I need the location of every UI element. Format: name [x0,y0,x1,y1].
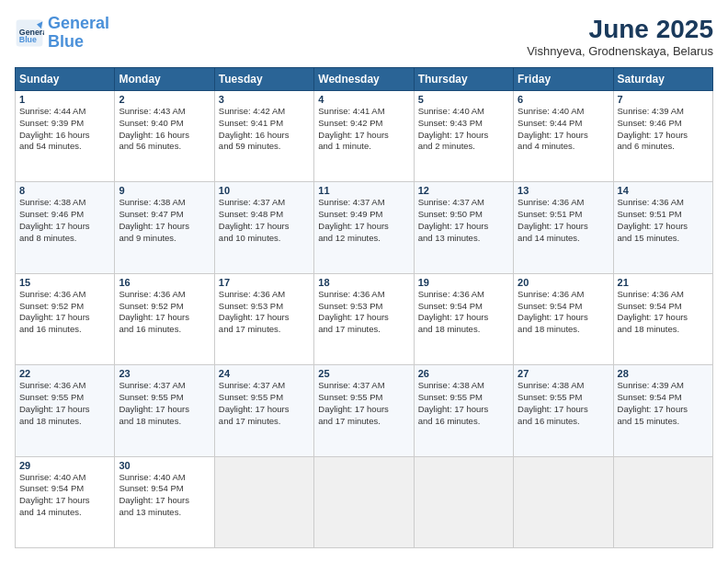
calendar-cell: 12Sunrise: 4:37 AMSunset: 9:50 PMDayligh… [414,182,513,273]
cell-info: Sunrise: 4:37 AMSunset: 9:55 PMDaylight:… [318,380,409,427]
calendar-cell: 16Sunrise: 4:36 AMSunset: 9:52 PMDayligh… [115,273,214,364]
col-header-tuesday: Tuesday [214,68,313,91]
calendar-cell [514,456,613,547]
day-number: 11 [318,185,409,196]
day-number: 23 [119,368,210,379]
day-number: 6 [518,94,609,105]
cell-info: Sunrise: 4:38 AMSunset: 9:47 PMDaylight:… [119,197,210,244]
calendar-cell: 5Sunrise: 4:40 AMSunset: 9:43 PMDaylight… [414,91,513,182]
day-number: 26 [418,368,509,379]
week-row-2: 8Sunrise: 4:38 AMSunset: 9:46 PMDaylight… [16,182,713,273]
week-row-3: 15Sunrise: 4:36 AMSunset: 9:52 PMDayligh… [16,273,713,364]
day-number: 30 [119,460,210,471]
calendar-cell: 4Sunrise: 4:41 AMSunset: 9:42 PMDaylight… [314,91,414,182]
cell-info: Sunrise: 4:37 AMSunset: 9:50 PMDaylight:… [418,197,509,244]
cell-info: Sunrise: 4:36 AMSunset: 9:54 PMDaylight:… [618,289,709,336]
calendar-cell: 10Sunrise: 4:37 AMSunset: 9:48 PMDayligh… [214,182,313,273]
cell-info: Sunrise: 4:36 AMSunset: 9:52 PMDaylight:… [19,289,110,336]
calendar-cell: 7Sunrise: 4:39 AMSunset: 9:46 PMDaylight… [613,91,712,182]
calendar-cell: 21Sunrise: 4:36 AMSunset: 9:54 PMDayligh… [613,273,712,364]
cell-info: Sunrise: 4:40 AMSunset: 9:54 PMDaylight:… [19,472,110,519]
cell-info: Sunrise: 4:36 AMSunset: 9:51 PMDaylight:… [518,197,609,244]
day-number: 12 [418,185,509,196]
cell-info: Sunrise: 4:36 AMSunset: 9:55 PMDaylight:… [19,380,110,427]
calendar-cell: 20Sunrise: 4:36 AMSunset: 9:54 PMDayligh… [514,273,613,364]
calendar-cell: 11Sunrise: 4:37 AMSunset: 9:49 PMDayligh… [314,182,414,273]
day-number: 17 [219,277,310,288]
col-header-sunday: Sunday [16,68,115,91]
day-number: 5 [418,94,509,105]
calendar: SundayMondayTuesdayWednesdayThursdayFrid… [15,67,713,548]
cell-info: Sunrise: 4:39 AMSunset: 9:46 PMDaylight:… [618,106,709,153]
cell-info: Sunrise: 4:36 AMSunset: 9:54 PMDaylight:… [418,289,509,336]
calendar-cell [214,456,313,547]
day-number: 2 [119,94,210,105]
calendar-cell: 3Sunrise: 4:42 AMSunset: 9:41 PMDaylight… [214,91,313,182]
col-header-thursday: Thursday [414,68,513,91]
cell-info: Sunrise: 4:36 AMSunset: 9:52 PMDaylight:… [119,289,210,336]
calendar-cell: 27Sunrise: 4:38 AMSunset: 9:55 PMDayligh… [514,365,613,456]
day-number: 25 [318,368,409,379]
cell-info: Sunrise: 4:44 AMSunset: 9:39 PMDaylight:… [19,106,110,153]
calendar-cell: 17Sunrise: 4:36 AMSunset: 9:53 PMDayligh… [214,273,313,364]
cell-info: Sunrise: 4:40 AMSunset: 9:43 PMDaylight:… [418,106,509,153]
cell-info: Sunrise: 4:37 AMSunset: 9:55 PMDaylight:… [119,380,210,427]
calendar-cell: 2Sunrise: 4:43 AMSunset: 9:40 PMDaylight… [115,91,214,182]
day-number: 1 [19,94,110,105]
cell-info: Sunrise: 4:42 AMSunset: 9:41 PMDaylight:… [219,106,310,153]
calendar-cell: 29Sunrise: 4:40 AMSunset: 9:54 PMDayligh… [16,456,115,547]
cell-info: Sunrise: 4:40 AMSunset: 9:54 PMDaylight:… [119,472,210,519]
logo-line1: General [48,14,109,32]
cell-info: Sunrise: 4:36 AMSunset: 9:53 PMDaylight:… [318,289,409,336]
col-header-friday: Friday [514,68,613,91]
day-number: 29 [19,460,110,471]
day-number: 15 [19,277,110,288]
svg-text:Blue: Blue [19,35,37,44]
title-block: June 2025 Vishnyeva, Grodnenskaya, Belar… [527,15,713,58]
calendar-cell: 23Sunrise: 4:37 AMSunset: 9:55 PMDayligh… [115,365,214,456]
week-row-4: 22Sunrise: 4:36 AMSunset: 9:55 PMDayligh… [16,365,713,456]
day-number: 9 [119,185,210,196]
day-number: 4 [318,94,409,105]
cell-info: Sunrise: 4:40 AMSunset: 9:44 PMDaylight:… [518,106,609,153]
calendar-cell: 30Sunrise: 4:40 AMSunset: 9:54 PMDayligh… [115,456,214,547]
calendar-cell: 22Sunrise: 4:36 AMSunset: 9:55 PMDayligh… [16,365,115,456]
day-number: 10 [219,185,310,196]
cell-info: Sunrise: 4:43 AMSunset: 9:40 PMDaylight:… [119,106,210,153]
calendar-header-row: SundayMondayTuesdayWednesdayThursdayFrid… [16,68,713,91]
cell-info: Sunrise: 4:38 AMSunset: 9:55 PMDaylight:… [518,380,609,427]
col-header-monday: Monday [115,68,214,91]
day-number: 3 [219,94,310,105]
calendar-cell: 15Sunrise: 4:36 AMSunset: 9:52 PMDayligh… [16,273,115,364]
calendar-cell [613,456,712,547]
calendar-cell: 14Sunrise: 4:36 AMSunset: 9:51 PMDayligh… [613,182,712,273]
cell-info: Sunrise: 4:39 AMSunset: 9:54 PMDaylight:… [618,380,709,427]
col-header-wednesday: Wednesday [314,68,414,91]
month-title: June 2025 [527,15,713,44]
cell-info: Sunrise: 4:37 AMSunset: 9:55 PMDaylight:… [219,380,310,427]
day-number: 19 [418,277,509,288]
day-number: 14 [618,185,709,196]
calendar-cell: 13Sunrise: 4:36 AMSunset: 9:51 PMDayligh… [514,182,613,273]
logo-text: General Blue [48,15,109,52]
logo-icon: General Blue [15,18,44,48]
cell-info: Sunrise: 4:37 AMSunset: 9:49 PMDaylight:… [318,197,409,244]
calendar-cell: 8Sunrise: 4:38 AMSunset: 9:46 PMDaylight… [16,182,115,273]
day-number: 24 [219,368,310,379]
cell-info: Sunrise: 4:41 AMSunset: 9:42 PMDaylight:… [318,106,409,153]
cell-info: Sunrise: 4:38 AMSunset: 9:46 PMDaylight:… [19,197,110,244]
calendar-cell [314,456,414,547]
header: General Blue General Blue June 2025 Vish… [15,15,713,58]
cell-info: Sunrise: 4:36 AMSunset: 9:54 PMDaylight:… [518,289,609,336]
calendar-cell: 1Sunrise: 4:44 AMSunset: 9:39 PMDaylight… [16,91,115,182]
cell-info: Sunrise: 4:36 AMSunset: 9:51 PMDaylight:… [618,197,709,244]
calendar-cell: 24Sunrise: 4:37 AMSunset: 9:55 PMDayligh… [214,365,313,456]
week-row-5: 29Sunrise: 4:40 AMSunset: 9:54 PMDayligh… [16,456,713,547]
calendar-cell: 18Sunrise: 4:36 AMSunset: 9:53 PMDayligh… [314,273,414,364]
day-number: 21 [618,277,709,288]
day-number: 20 [518,277,609,288]
col-header-saturday: Saturday [613,68,712,91]
day-number: 13 [518,185,609,196]
day-number: 16 [119,277,210,288]
calendar-cell: 26Sunrise: 4:38 AMSunset: 9:55 PMDayligh… [414,365,513,456]
